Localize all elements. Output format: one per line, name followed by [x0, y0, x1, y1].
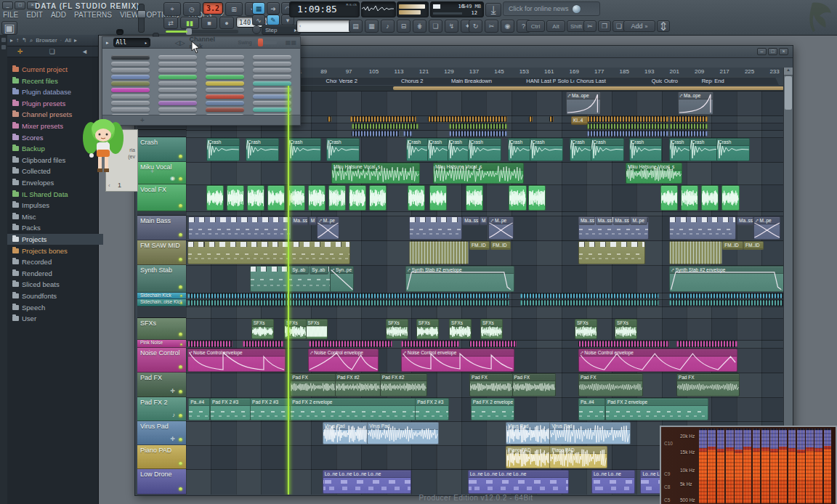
add-button[interactable]: Add»	[623, 20, 655, 32]
sidebar-item-projects-bones[interactable]: Projects bones	[7, 245, 103, 256]
clip-auto[interactable]: ⤤ Noise Control envelope	[308, 349, 379, 372]
clip-midi[interactable]: Pad FX 2 #3	[210, 398, 251, 420]
clip-stripes[interactable]	[676, 341, 737, 347]
clip-auto[interactable]: ⤤ Noise Control envelope	[187, 349, 286, 372]
clip-auto[interactable]: ⤤ Noise Control envelope	[578, 349, 737, 372]
channel-button[interactable]	[253, 81, 291, 86]
clip-audiothin[interactable]: Pad FX	[469, 373, 513, 397]
channel-button[interactable]	[111, 68, 150, 73]
clip-stripes[interactable]	[670, 123, 708, 129]
track-lane-pink-noise[interactable]	[186, 341, 784, 349]
pattern-prev-icon[interactable]: ‹	[108, 182, 110, 189]
channel-button[interactable]	[111, 75, 150, 79]
clip-stripes[interactable]	[187, 341, 232, 347]
track-header-pink-noise[interactable]: Pink Noise	[137, 340, 186, 348]
clip-midi[interactable]: Pad FX 2 envelope	[290, 398, 416, 420]
track-lane-pad-fx-2[interactable]: Pa..#4Pad FX 2 #3Pad FX 2 #3Pad FX 2 env…	[186, 398, 784, 422]
pattern-selector[interactable]: ‹›	[296, 20, 356, 33]
playlist-maximize-icon[interactable]: □	[768, 48, 777, 55]
clip-stripes[interactable]	[669, 293, 784, 298]
track-mute-led[interactable]	[179, 333, 182, 336]
track-header-pad-fx[interactable]: Pad FX✛	[137, 373, 186, 397]
scroll-up-icon[interactable]: ▲	[784, 68, 793, 76]
count-in-icon[interactable]: ⊞	[225, 2, 243, 16]
pattern-mode-icon[interactable]: ▦	[252, 2, 265, 15]
sidebar-item-user[interactable]: User	[7, 313, 103, 324]
track-mute-led[interactable]	[180, 344, 182, 346]
clip-audio[interactable]: Miku Hatsune Vocal_s	[626, 163, 682, 184]
channel-button[interactable]	[158, 101, 197, 105]
clip-vfx[interactable]	[466, 185, 483, 211]
sidebar-item-speech[interactable]: Speech	[7, 302, 103, 313]
clip-hit[interactable]: Crash	[326, 138, 360, 161]
clip-stripes[interactable]	[350, 116, 416, 122]
menu-add[interactable]: ADD	[51, 11, 66, 19]
mod-key-ctrl[interactable]: Ctrl	[526, 20, 545, 32]
channel-button[interactable]	[253, 62, 291, 66]
pause-button[interactable]: ▮▮	[180, 17, 199, 29]
clip-ldmidi[interactable]: Lo..ne Lo..ne Lo..ne Lo..ne	[468, 470, 569, 494]
track-lane-synth-stab[interactable]: Sy..abSy..ab⤤ Syn..pe⤤ Synth Stab #2 env…	[186, 266, 784, 293]
clip-stripes[interactable]	[670, 116, 708, 122]
track-header-synth-stab[interactable]: Synth Stab	[137, 265, 186, 293]
clip-vstripes[interactable]	[669, 241, 722, 264]
rack-add-channel[interactable]: +	[140, 116, 145, 124]
clip-stripes[interactable]	[670, 131, 708, 137]
clip-hit[interactable]: Crash	[530, 138, 563, 161]
clip-vfx[interactable]	[721, 185, 739, 211]
clip-auto[interactable]: ⤤ Synth Stab #2 envelope	[405, 266, 514, 292]
rack-grid-icon[interactable]: ▦▦	[286, 39, 296, 46]
step-mode-dropdown[interactable]: Step▸	[262, 25, 301, 35]
menu-file[interactable]: FILE	[3, 11, 18, 19]
clip-audio[interactable]: Virus Pad	[549, 422, 630, 444]
sidebar-item-misc[interactable]: Misc	[7, 211, 103, 222]
clip-vfx[interactable]	[660, 185, 678, 211]
track-header-sidechain-oise-kick[interactable]: Sidechain..oise Kick	[137, 299, 186, 306]
clip-chip[interactable]: Sy..ab	[310, 266, 328, 275]
panic-icon[interactable]: ⌖	[163, 2, 181, 16]
sidebar-item-soundfonts[interactable]: Soundfonts	[7, 290, 103, 301]
clip-midi[interactable]: Pad FX 2 envelope	[605, 398, 708, 420]
track-lane-main-bass[interactable]: Ma..ssM⤤ M..peMa..ssM⤤ M..peMa..ssMa..ss…	[186, 216, 784, 241]
clip-vfx[interactable]	[408, 185, 425, 211]
track-mute-led[interactable]	[180, 295, 182, 297]
clip-vfx[interactable]	[429, 185, 447, 211]
clip-midi[interactable]: Pad FX 2 #3	[415, 398, 448, 420]
clip-stripes[interactable]	[403, 131, 412, 137]
track-lane-vocal-fx[interactable]	[186, 185, 784, 212]
track-mute-led[interactable]	[179, 462, 182, 466]
copy-icon[interactable]: ❐	[598, 20, 611, 32]
clip-stripes[interactable]	[352, 123, 418, 129]
clip-stripes[interactable]	[309, 341, 393, 347]
track-header-crash[interactable]: Crash	[137, 137, 186, 162]
typing-keyboard-icon[interactable]: ↻	[469, 20, 482, 33]
track-lane-fm-saw-mid[interactable]: FM..IDFM..IDFM..IDFM..ID	[186, 241, 784, 266]
track-header-piano-pad[interactable]: Piano PAD	[137, 445, 186, 469]
volume-meter[interactable]	[397, 1, 429, 17]
clip-auto[interactable]: ⤤ Ma..ope	[566, 92, 601, 115]
clip-auto[interactable]: ⤤ M..pe	[317, 216, 339, 240]
clip-vfx[interactable]	[528, 185, 546, 211]
clip-chip[interactable]: Ma..ss	[596, 216, 612, 225]
track-header-miku-vocal[interactable]: Miku Vocal◉	[137, 162, 186, 184]
clip-vfx2[interactable]: SFXs	[615, 319, 637, 339]
browser-tab-file-icon[interactable]: ❏	[49, 48, 55, 55]
clip-stripes[interactable]	[428, 116, 507, 122]
playhead[interactable]	[288, 86, 289, 495]
clip-stripes[interactable]	[449, 123, 507, 129]
track-mute-led[interactable]	[179, 414, 182, 418]
channel-button[interactable]	[206, 107, 244, 112]
browser-filter[interactable]: All	[65, 37, 71, 44]
channel-button[interactable]	[158, 55, 197, 60]
clip-vfx2[interactable]: SFXs	[416, 319, 439, 339]
clip-auto[interactable]: ⤤ Synth Stab #2 envelope	[669, 266, 784, 292]
plugin-picker-icon[interactable]: ↯	[445, 20, 458, 33]
height-tool-icon[interactable]: ⇕	[657, 20, 670, 32]
sidebar-item-current-project[interactable]: Current project	[7, 64, 103, 75]
channel-button[interactable]	[206, 62, 244, 66]
clip-blocks[interactable]	[578, 241, 646, 264]
step-seq-toggle-icon[interactable]: ▦	[365, 20, 379, 33]
channel-button[interactable]	[206, 101, 244, 105]
clip-blocks[interactable]	[409, 216, 462, 240]
browser-toggle-icon[interactable]: ⊟	[397, 20, 411, 33]
